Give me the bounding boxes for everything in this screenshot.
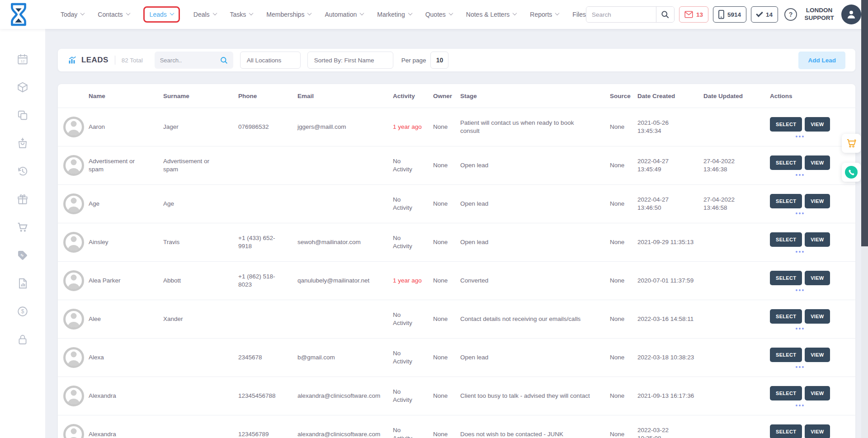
col-header-actions: Actions — [770, 93, 850, 99]
cell-owner: None — [433, 277, 460, 285]
nav-item-tasks[interactable]: Tasks — [230, 11, 253, 18]
phone-badge[interactable]: 5914 — [713, 6, 746, 23]
actions-group: SELECTVIEW — [770, 309, 830, 330]
view-button[interactable]: VIEW — [805, 194, 830, 208]
select-button[interactable]: SELECT — [770, 271, 802, 285]
history-icon — [17, 165, 28, 177]
nav-item-label: Reports — [530, 11, 552, 18]
nav-item-label: Files — [572, 11, 586, 18]
cell-date-created: 2020-07-01 11:37:59 — [637, 277, 703, 285]
global-search — [586, 6, 675, 23]
cart-widget-button[interactable] — [842, 134, 861, 153]
sidebar-item-report[interactable] — [17, 278, 28, 289]
more-actions-button[interactable] — [796, 366, 804, 368]
search-input[interactable] — [586, 7, 656, 22]
cell-email: jggers@maill.com — [297, 123, 393, 131]
more-actions-button[interactable] — [796, 174, 804, 176]
cell-actions: SELECTVIEW — [770, 232, 850, 253]
chevron-down-icon — [408, 11, 412, 15]
add-lead-button[interactable]: Add Lead — [798, 52, 845, 69]
nav-item-reports[interactable]: Reports — [530, 11, 559, 18]
cell-source: None — [610, 430, 637, 438]
col-header-activity: Activity — [393, 93, 433, 99]
table-header-row: NameSurnamePhoneEmailActivityOwnerStageS… — [58, 84, 855, 108]
view-button[interactable]: VIEW — [805, 232, 830, 247]
app-logo[interactable] — [9, 3, 29, 26]
nav-item-files[interactable]: Files — [572, 11, 586, 18]
per-page-input[interactable] — [430, 52, 448, 69]
cell-activity: No Activity — [393, 388, 433, 404]
more-actions-button[interactable] — [796, 136, 804, 137]
sidebar-item-copy[interactable] — [17, 109, 28, 121]
cell-name: Age — [89, 200, 163, 208]
select-button[interactable]: SELECT — [770, 232, 802, 247]
view-button[interactable]: VIEW — [805, 117, 830, 132]
nav-item-marketing[interactable]: Marketing — [377, 11, 411, 18]
sidebar-item-coin[interactable]: $ — [17, 306, 28, 317]
cell-surname: Xander — [163, 315, 238, 323]
sidebar-item-history[interactable] — [17, 165, 28, 177]
select-button[interactable]: SELECT — [770, 194, 802, 208]
more-actions-button[interactable] — [796, 289, 804, 291]
sidebar-item-gift[interactable] — [17, 193, 28, 205]
mail-badge[interactable]: 13 — [679, 6, 708, 23]
chevron-down-icon — [555, 11, 560, 15]
cell-date-created: 2022-03-22 10:35:08 — [637, 426, 703, 438]
select-button[interactable]: SELECT — [770, 309, 802, 324]
sort-filter[interactable]: Sorted By: First Name — [307, 52, 393, 69]
more-actions-button[interactable] — [796, 251, 804, 253]
search-button[interactable] — [656, 7, 674, 22]
scrollbar-thumb[interactable] — [861, 0, 868, 246]
sidebar-item-calendar[interactable]: 12 — [17, 53, 28, 65]
leads-search-input[interactable] — [160, 57, 220, 64]
bag-icon — [17, 137, 28, 149]
sidebar-item-cart[interactable] — [17, 221, 28, 233]
sidebar-item-lock[interactable] — [17, 334, 28, 345]
select-button[interactable]: SELECT — [770, 155, 802, 170]
more-actions-button[interactable] — [796, 212, 804, 214]
location-filter[interactable]: All Locations — [240, 52, 301, 69]
view-button[interactable]: VIEW — [805, 386, 830, 400]
select-button[interactable]: SELECT — [770, 424, 802, 438]
copy-icon — [17, 109, 28, 121]
nav-item-automation[interactable]: Automation — [325, 11, 363, 18]
package-icon — [17, 81, 28, 93]
scrollbar-track[interactable] — [861, 0, 868, 438]
user-avatar[interactable] — [841, 5, 861, 24]
nav-item-memberships[interactable]: Memberships — [266, 11, 311, 18]
help-button[interactable] — [784, 8, 797, 21]
more-actions-button[interactable] — [796, 328, 804, 330]
phone-widget-button[interactable] — [842, 163, 861, 182]
select-button[interactable]: SELECT — [770, 117, 802, 132]
nav-item-today[interactable]: Today — [61, 11, 84, 18]
view-button[interactable]: VIEW — [805, 271, 830, 285]
nav-item-quotes[interactable]: Quotes — [425, 11, 453, 18]
leads-search — [155, 52, 233, 69]
view-button[interactable]: VIEW — [805, 309, 830, 324]
sidebar-item-package[interactable] — [17, 81, 28, 93]
cell-stage: Open lead — [460, 353, 610, 362]
select-button[interactable]: SELECT — [770, 348, 802, 362]
cell-date-created: 2022-04-27 13:46:50 — [637, 196, 703, 212]
nav-item-notes-letters[interactable]: Notes & Letters — [466, 11, 517, 18]
avatar — [63, 117, 84, 137]
sidebar-item-price-tag[interactable]: $ — [17, 250, 28, 261]
view-button[interactable]: VIEW — [805, 348, 830, 362]
cell-actions: SELECTVIEW — [770, 155, 850, 176]
nav-item-contacts[interactable]: Contacts — [98, 11, 129, 18]
select-button[interactable]: SELECT — [770, 386, 802, 400]
view-button[interactable]: VIEW — [805, 424, 830, 438]
cell-date-created: 2022-04-27 13:45:49 — [637, 157, 703, 173]
cell-name: Aaron — [89, 123, 163, 131]
cell-phone: +1 (433) 652- 9918 — [238, 234, 297, 250]
more-actions-button[interactable] — [796, 405, 804, 406]
nav-item-label: Today — [61, 11, 77, 18]
sidebar-item-bag[interactable] — [17, 137, 28, 149]
tasks-badge[interactable]: 14 — [751, 6, 778, 23]
coin-icon: $ — [17, 306, 28, 317]
nav-item-leads[interactable]: Leads — [143, 6, 180, 23]
nav-item-deals[interactable]: Deals — [193, 11, 217, 18]
cell-activity: No Activity — [393, 311, 433, 327]
svg-text:$: $ — [21, 308, 24, 315]
view-button[interactable]: VIEW — [805, 155, 830, 170]
